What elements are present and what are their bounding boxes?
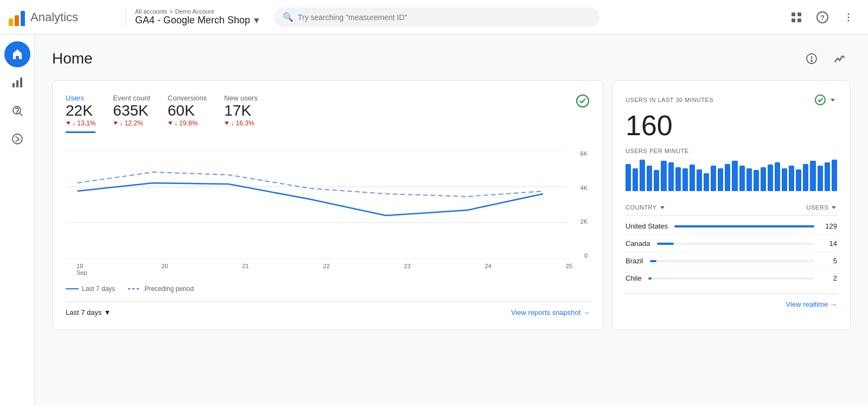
y-label-4k: 4K xyxy=(580,185,588,191)
tab-event-label: Event count xyxy=(113,94,150,102)
help-button[interactable]: ? xyxy=(812,7,833,28)
country-name: Canada xyxy=(626,239,650,248)
country-value: 2 xyxy=(821,274,837,282)
date-selector-chevron-icon: ▼ xyxy=(104,308,111,317)
x-label-21: 21 xyxy=(242,263,248,276)
app-title: Analytics xyxy=(30,10,78,24)
metrics-tabs: Users 22K ↓ 13.1% Event count 635K xyxy=(66,94,258,133)
x-label-22: 22 xyxy=(323,263,330,276)
mini-bar-item xyxy=(633,168,638,191)
country-bar xyxy=(650,260,656,262)
account-selector[interactable]: All accounts > Demo Account GA4 - Google… xyxy=(135,8,261,26)
country-bar-container xyxy=(650,260,814,262)
tab-new-label: New users xyxy=(224,94,257,102)
country-row: Canada 14 xyxy=(626,235,837,252)
date-selector[interactable]: Last 7 days ▼ xyxy=(66,308,111,317)
mini-bar-item xyxy=(711,166,716,191)
legend-preceding: Preceding period xyxy=(128,285,194,293)
mini-bar-item xyxy=(654,170,659,191)
insights-button[interactable] xyxy=(801,48,822,69)
country-bar-container xyxy=(648,277,814,280)
mini-bar-item xyxy=(640,160,645,191)
apps-button[interactable] xyxy=(786,7,807,28)
sidebar-item-advertising[interactable] xyxy=(4,126,30,152)
analytics-logo xyxy=(9,9,25,26)
mini-bar-item xyxy=(818,166,823,191)
chart-svg xyxy=(66,150,590,259)
realtime-count: 160 xyxy=(626,110,837,141)
tab-new-users[interactable]: New users 17K ↓ 16.3% xyxy=(224,94,257,133)
mini-bar-item xyxy=(718,168,723,191)
svg-point-27 xyxy=(815,95,825,105)
x-label-23: 23 xyxy=(404,263,411,276)
metrics-row: Users 22K ↓ 13.1% Event count 635K xyxy=(66,94,590,142)
tab-users[interactable]: Users 22K ↓ 13.1% xyxy=(66,94,95,133)
x-label-24: 24 xyxy=(485,263,492,276)
y-label-6k: 6K xyxy=(580,150,588,157)
country-row: Brazil 5 xyxy=(626,252,837,270)
all-accounts-link[interactable]: All accounts xyxy=(135,8,167,15)
mini-bar-item xyxy=(732,161,737,191)
sidebar-item-explore[interactable] xyxy=(4,98,30,124)
demo-account-link[interactable]: Demo Account xyxy=(175,8,214,15)
tab-event-count[interactable]: Event count 635K ↓ 12.2% xyxy=(113,94,150,133)
view-reports-link[interactable]: View reports snapshot → xyxy=(511,308,590,317)
realtime-card: USERS IN LAST 30 MINUTES 160 USERS PER M… xyxy=(612,80,851,330)
mini-bar-item xyxy=(832,160,837,191)
svg-marker-19 xyxy=(113,122,118,125)
svg-point-6 xyxy=(848,13,850,15)
line-chart: 6K 4K 2K 0 19Sep 20 21 22 23 24 25 xyxy=(66,150,590,281)
realtime-check-dropdown[interactable] xyxy=(814,94,837,106)
country-name: Chile xyxy=(626,274,642,282)
svg-marker-28 xyxy=(831,99,835,102)
country-name: United States xyxy=(626,222,668,230)
tab-conversions[interactable]: Conversions 60K ↓ 19.8% xyxy=(168,94,207,133)
logo-bar-1 xyxy=(9,18,13,26)
mini-bar-item xyxy=(697,169,702,191)
mini-bar-item xyxy=(690,164,695,191)
property-name: GA4 - Google Merch Shop xyxy=(135,15,250,26)
svg-point-14 xyxy=(12,134,22,144)
view-realtime-link[interactable]: View realtime → xyxy=(786,300,837,308)
country-bar-container xyxy=(657,243,814,245)
metrics-check-icon[interactable] xyxy=(576,94,590,111)
search-bar[interactable]: 🔍 xyxy=(274,8,599,27)
country-row: Chile 2 xyxy=(626,270,837,287)
realtime-subheader: USERS PER MINUTE xyxy=(626,148,837,154)
compare-button[interactable] xyxy=(829,48,851,69)
svg-rect-11 xyxy=(20,78,22,87)
sidebar-item-reports[interactable] xyxy=(4,69,30,96)
app-header: Analytics All accounts > Demo Account GA… xyxy=(0,0,868,35)
svg-marker-18 xyxy=(66,122,71,125)
svg-rect-3 xyxy=(797,18,801,22)
main-content: Home xyxy=(35,35,868,405)
page-title: Home xyxy=(52,50,93,67)
header-divider xyxy=(126,8,126,27)
country-bar xyxy=(648,277,652,280)
legend-solid-label: Last 7 days xyxy=(82,285,115,293)
svg-rect-1 xyxy=(797,12,801,16)
mini-bar-item xyxy=(761,167,766,192)
tab-users-value: 22K xyxy=(66,102,95,119)
legend-dashed-line xyxy=(128,288,141,289)
realtime-bar-chart xyxy=(626,159,837,191)
country-sort-icon xyxy=(659,204,666,211)
mini-bar-item xyxy=(768,164,773,191)
country-bar xyxy=(674,225,814,227)
sidebar-item-home[interactable] xyxy=(4,41,30,67)
y-label-0: 0 xyxy=(580,252,588,259)
country-col-label: COUNTRY xyxy=(626,204,657,211)
country-header-left[interactable]: COUNTRY xyxy=(626,204,666,211)
logo-bar-3 xyxy=(21,11,25,26)
country-value: 14 xyxy=(821,239,837,248)
mini-bar-item xyxy=(661,161,666,191)
more-button[interactable] xyxy=(838,7,859,28)
tab-users-label: Users xyxy=(66,94,95,102)
logo-bar-2 xyxy=(15,15,19,26)
svg-marker-20 xyxy=(168,122,173,125)
chart-x-labels: 19Sep 20 21 22 23 24 25 xyxy=(66,261,590,276)
date-selector-label: Last 7 days xyxy=(66,308,102,317)
property-selector[interactable]: GA4 - Google Merch Shop ▼ xyxy=(135,15,261,26)
search-input[interactable] xyxy=(298,13,591,22)
country-header-right[interactable]: USERS xyxy=(807,204,837,211)
